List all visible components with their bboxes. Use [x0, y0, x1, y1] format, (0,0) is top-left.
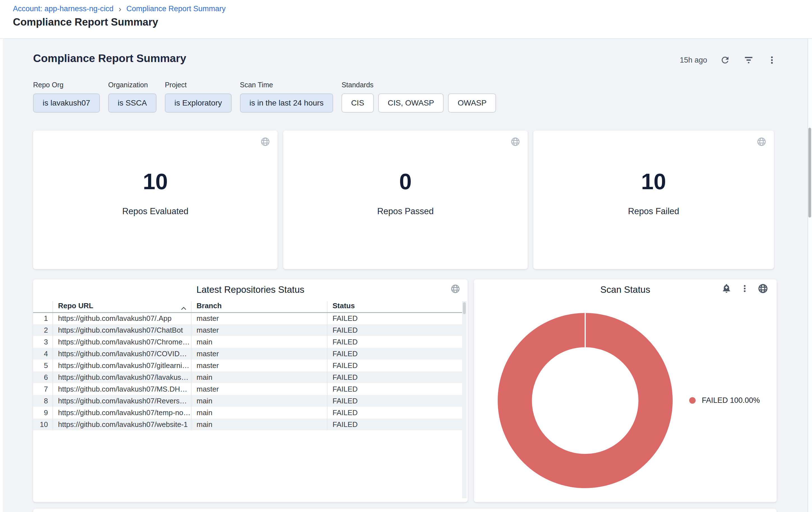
globe-icon [758, 283, 768, 294]
dashboard-title: Compliance Report Summary [33, 52, 186, 64]
filter-chip-organization[interactable]: is SSCA [108, 93, 156, 113]
cell-repo-url: https://github.com/lavakush07/lavakush… [53, 371, 191, 383]
cell-branch: master [191, 324, 327, 336]
table-row[interactable]: 5 https://github.com/lavakush07/gitlearn… [33, 359, 463, 371]
cell-repo-url: https://github.com/lavakush07/Reverse-… [53, 395, 191, 407]
globe-icon [510, 137, 520, 148]
filter-standards: Standards CIS CIS, OWASP OWASP [342, 81, 496, 113]
filter-chip-project[interactable]: is Exploratory [165, 93, 232, 113]
dashboard-canvas: Compliance Report Summary 15h ago Repo O… [3, 39, 808, 512]
row-number: 6 [33, 371, 53, 383]
filter-bar: Repo Org is lavakush07 Organization is S… [33, 81, 496, 113]
filter-scan-time: Scan Time is in the last 24 hours [240, 81, 334, 113]
legend-label: FAILED 100.00% [702, 396, 760, 405]
page-title: Compliance Report Summary [13, 16, 158, 28]
table-row[interactable]: 9 https://github.com/lavakush07/temp-no…… [33, 407, 463, 419]
table-row[interactable]: 1 https://github.com/lavakush07/.App mas… [33, 313, 463, 324]
filter-chip-standards-cis-owasp[interactable]: CIS, OWASP [378, 93, 443, 113]
scan-status-card: Scan Status [474, 279, 777, 502]
table-row[interactable]: 6 https://github.com/lavakush07/lavakush… [33, 371, 463, 383]
stat-label: Repos Passed [377, 206, 434, 216]
scan-status-donut-chart[interactable] [497, 312, 673, 489]
filter-chip-standards-owasp[interactable]: OWASP [448, 93, 496, 113]
table-scrollbar-thumb[interactable] [463, 302, 466, 314]
column-header-repo-url[interactable]: Repo URL [53, 301, 191, 313]
globe-icon [260, 137, 270, 148]
cell-branch: main [191, 371, 327, 383]
cell-status: FAILED [327, 336, 463, 348]
repositories-table: Repo URL Branch Status 1 https://github.… [33, 301, 463, 430]
row-number: 8 [33, 395, 53, 407]
table-row[interactable]: 10 https://github.com/lavakush07/website… [33, 419, 463, 430]
cell-repo-url: https://github.com/lavakush07/temp-no… [53, 407, 191, 419]
row-number: 9 [33, 407, 53, 419]
table-header-row: Repo URL Branch Status [33, 301, 463, 313]
cell-status: FAILED [327, 348, 463, 359]
cell-status: FAILED [327, 313, 463, 324]
refresh-icon[interactable] [720, 55, 730, 65]
table-row[interactable]: 7 https://github.com/lavakush07/MS.DHO… … [33, 383, 463, 395]
row-number: 1 [33, 313, 53, 324]
legend-item-failed[interactable]: FAILED 100.00% [689, 396, 760, 405]
next-card-sliver [33, 509, 777, 512]
filter-label: Organization [108, 81, 156, 89]
filter-chip-repo-org[interactable]: is lavakush07 [33, 93, 100, 113]
breadcrumb-current-link[interactable]: Compliance Report Summary [126, 4, 226, 13]
cell-repo-url: https://github.com/lavakush07/gitlearni… [53, 359, 191, 371]
filter-label: Scan Time [240, 81, 334, 89]
cell-status: FAILED [327, 419, 463, 430]
row-number: 5 [33, 359, 53, 371]
cell-branch: main [191, 336, 327, 348]
page-scrollbar-track[interactable] [808, 39, 812, 512]
breadcrumb-account-link[interactable]: Account: app-harness-ng-cicd [13, 4, 114, 13]
filter-repo-org: Repo Org is lavakush07 [33, 81, 100, 113]
column-header-branch[interactable]: Branch [191, 301, 327, 313]
sort-ascending-icon [180, 304, 187, 313]
last-refresh-time: 15h ago [680, 56, 707, 64]
column-header-status[interactable]: Status [327, 301, 463, 313]
cell-branch: main [191, 419, 327, 430]
table-scrollbar-track[interactable] [462, 301, 467, 498]
cell-status: FAILED [327, 359, 463, 371]
scan-card-actions [721, 283, 768, 294]
stat-tiles-row: 10 Repos Evaluated 0 Repos Passed 10 Rep… [33, 131, 774, 269]
filter-chip-standards-cis[interactable]: CIS [342, 93, 374, 113]
table-row[interactable]: 8 https://github.com/lavakush07/Reverse-… [33, 395, 463, 407]
cell-branch: master [191, 313, 327, 324]
cell-status: FAILED [327, 383, 463, 395]
filter-toggle-icon[interactable] [743, 54, 754, 66]
cell-branch: master [191, 348, 327, 359]
page-scrollbar-thumb[interactable] [808, 128, 811, 218]
cell-status: FAILED [327, 407, 463, 419]
alert-bell-add-icon[interactable] [721, 283, 732, 294]
stat-label: Repos Evaluated [122, 206, 188, 216]
cell-branch: master [191, 383, 327, 395]
kebab-menu-icon[interactable] [767, 55, 777, 65]
filter-chip-scan-time[interactable]: is in the last 24 hours [240, 93, 334, 113]
cell-repo-url: https://github.com/lavakush07/website-1 [53, 419, 191, 430]
table-row[interactable]: 2 https://github.com/lavakush07/ChatBot … [33, 324, 463, 336]
legend-swatch-failed [689, 397, 696, 404]
cell-branch: main [191, 407, 327, 419]
breadcrumb-chevron-icon: › [119, 5, 121, 12]
table-row[interactable]: 3 https://github.com/lavakush07/Chrome-…… [33, 336, 463, 348]
filter-label: Repo Org [33, 81, 100, 89]
tile-repos-evaluated: 10 Repos Evaluated [33, 131, 278, 269]
row-number: 10 [33, 419, 53, 430]
cell-status: FAILED [327, 395, 463, 407]
cell-repo-url: https://github.com/lavakush07/COVID_T… [53, 348, 191, 359]
stat-value: 0 [399, 169, 412, 194]
tile-repos-failed: 10 Repos Failed [533, 131, 774, 269]
table-row[interactable]: 4 https://github.com/lavakush07/COVID_T…… [33, 348, 463, 359]
row-number: 4 [33, 348, 53, 359]
cell-repo-url: https://github.com/lavakush07/Chrome-… [53, 336, 191, 348]
globe-icon [756, 137, 766, 148]
cell-status: FAILED [327, 371, 463, 383]
globe-icon [450, 284, 460, 295]
kebab-menu-icon[interactable] [740, 284, 749, 293]
tile-repos-passed: 0 Repos Passed [283, 131, 528, 269]
cell-branch: master [191, 359, 327, 371]
stat-value: 10 [641, 169, 666, 194]
row-number: 7 [33, 383, 53, 395]
filter-project: Project is Exploratory [165, 81, 232, 113]
